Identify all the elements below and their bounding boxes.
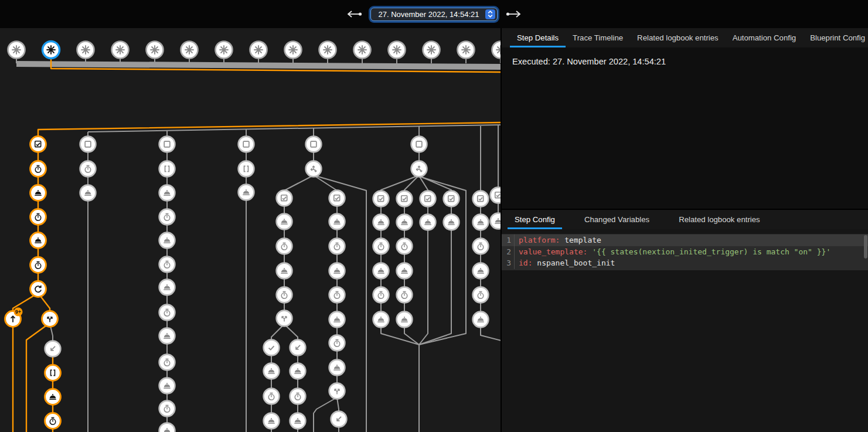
- graph-node-service[interactable]: [329, 214, 345, 230]
- graph-node-timer[interactable]: [329, 335, 345, 351]
- graph-node-cbBlank[interactable]: [306, 137, 322, 152]
- graph-node-service[interactable]: [329, 360, 345, 376]
- graph-node-service[interactable]: [373, 263, 389, 279]
- graph-node-timer[interactable]: [373, 287, 389, 303]
- graph-node-service[interactable]: [397, 312, 413, 328]
- graph-node-decision[interactable]: [411, 161, 427, 177]
- graph-node-service[interactable]: [397, 263, 413, 279]
- graph-node-timer[interactable]: [45, 413, 61, 429]
- graph-node-service[interactable]: [397, 215, 413, 230]
- graph-node-cbMarked[interactable]: [444, 191, 459, 207]
- graph-node-cbBlank[interactable]: [159, 137, 175, 152]
- graph-node-cbBlank[interactable]: [80, 137, 96, 152]
- graph-node-asterisk[interactable]: [77, 42, 94, 59]
- graph-node-asterisk[interactable]: [389, 42, 406, 59]
- graph-node-service[interactable]: [159, 328, 175, 344]
- graph-node-timer[interactable]: [264, 389, 280, 404]
- graph-node-service[interactable]: [159, 423, 175, 432]
- graph-node-timer[interactable]: [159, 209, 175, 225]
- graph-node-service[interactable]: [159, 378, 175, 394]
- tab-automation-config[interactable]: Automation Config: [726, 28, 804, 47]
- tab-step-details[interactable]: Step Details: [510, 28, 566, 47]
- tab-changed-variables[interactable]: Changed Variables: [577, 210, 656, 229]
- graph-node-service[interactable]: [45, 389, 61, 405]
- tab-step-config[interactable]: Step Config: [508, 210, 562, 229]
- graph-node-service[interactable]: [329, 263, 345, 279]
- graph-node-service[interactable]: [473, 312, 489, 328]
- graph-node-asterisk[interactable]: [8, 42, 25, 59]
- graph-node-timer[interactable]: [397, 287, 413, 303]
- graph-node-timer[interactable]: [30, 257, 46, 273]
- graph-node-timer[interactable]: [159, 305, 175, 321]
- graph-node-service[interactable]: [159, 280, 175, 295]
- graph-node-downLeft[interactable]: [331, 411, 347, 427]
- graph-node-brackets[interactable]: [45, 365, 61, 381]
- previous-trace-button[interactable]: [347, 10, 362, 18]
- code-line[interactable]: 1platform: template: [502, 234, 868, 246]
- graph-node-refresh[interactable]: [30, 281, 46, 297]
- graph-node-timer[interactable]: [159, 355, 175, 370]
- graph-node-service[interactable]: [264, 413, 280, 429]
- trace-timestamp-select[interactable]: 27. November 2022, 14:54:21: [370, 8, 497, 21]
- graph-node-service[interactable]: [159, 233, 175, 249]
- graph-node-cbMarked[interactable]: [473, 191, 489, 207]
- graph-node-cbBlank[interactable]: [411, 137, 427, 152]
- graph-node-service[interactable]: [277, 214, 292, 230]
- graph-node-asterisk[interactable]: [285, 42, 302, 59]
- graph-node-asterisk[interactable]: [112, 42, 129, 59]
- graph-node-asterisk[interactable]: [250, 42, 267, 59]
- graph-node-asterisk[interactable]: [147, 42, 164, 59]
- trace-graph-svg[interactable]: 9+: [0, 28, 502, 432]
- graph-node-service[interactable]: [373, 215, 389, 230]
- graph-node-check[interactable]: [264, 340, 280, 356]
- graph-node-timer[interactable]: [159, 401, 175, 417]
- graph-node-asterisk[interactable]: [423, 42, 440, 59]
- graph-node-timer[interactable]: [290, 389, 306, 404]
- graph-node-cbMarked[interactable]: [491, 188, 502, 203]
- graph-node-service[interactable]: [264, 363, 280, 379]
- code-line[interactable]: 2value_template: '{{ states(nextion_init…: [502, 246, 868, 258]
- graph-node-service[interactable]: [239, 185, 254, 200]
- tab-related-logbook-entries[interactable]: Related logbook entries: [630, 28, 726, 47]
- graph-node-brackets[interactable]: [159, 161, 175, 177]
- graph-node-service[interactable]: [290, 363, 306, 379]
- graph-node-timer[interactable]: [397, 239, 413, 254]
- graph-node-cbMarked[interactable]: [277, 191, 292, 206]
- yaml-editor[interactable]: 1platform: template2value_template: '{{ …: [502, 234, 868, 270]
- trace-graph[interactable]: 9+: [0, 28, 502, 432]
- graph-node-downLeft[interactable]: [290, 340, 306, 356]
- graph-node-timer[interactable]: [473, 287, 489, 303]
- graph-node-timer[interactable]: [80, 161, 96, 177]
- graph-node-asterisk[interactable]: [354, 42, 371, 59]
- editor-scrollbar-thumb[interactable]: [864, 235, 867, 258]
- tab-config-related-logbook-entries[interactable]: Related logbook entries: [672, 210, 767, 229]
- graph-node-split[interactable]: [42, 311, 58, 327]
- graph-node-service[interactable]: [277, 263, 292, 279]
- graph-node-timer[interactable]: [30, 209, 46, 225]
- graph-node-service[interactable]: [444, 215, 459, 230]
- graph-node-asterisk[interactable]: [181, 42, 198, 59]
- graph-node-service[interactable]: [80, 185, 96, 201]
- graph-node-cbMarked[interactable]: [420, 191, 436, 207]
- graph-node-service[interactable]: [30, 185, 46, 201]
- graph-node-service[interactable]: [290, 413, 306, 429]
- select-stepper-icon[interactable]: [485, 9, 495, 19]
- graph-node-split[interactable]: [277, 311, 292, 326]
- graph-node-service[interactable]: [473, 215, 489, 230]
- graph-node-service[interactable]: [373, 312, 389, 328]
- graph-node-service[interactable]: [329, 312, 345, 328]
- graph-node-asterisk[interactable]: [492, 42, 502, 59]
- graph-node-service[interactable]: [159, 185, 175, 201]
- graph-node-timer[interactable]: [373, 239, 389, 254]
- graph-node-brackets[interactable]: [239, 161, 254, 177]
- code-line[interactable]: 3id: nspanel_boot_init: [502, 257, 868, 269]
- graph-node-service[interactable]: [491, 213, 502, 229]
- graph-node-split[interactable]: [329, 383, 345, 399]
- graph-node-timer[interactable]: [329, 239, 345, 254]
- graph-node-asterisk[interactable]: [216, 42, 233, 59]
- graph-node-timer[interactable]: [30, 161, 46, 177]
- graph-node-asterisk[interactable]: [319, 42, 336, 59]
- graph-node-downLeft[interactable]: [45, 341, 61, 357]
- next-trace-button[interactable]: [506, 10, 521, 18]
- graph-node-timer[interactable]: [159, 257, 175, 273]
